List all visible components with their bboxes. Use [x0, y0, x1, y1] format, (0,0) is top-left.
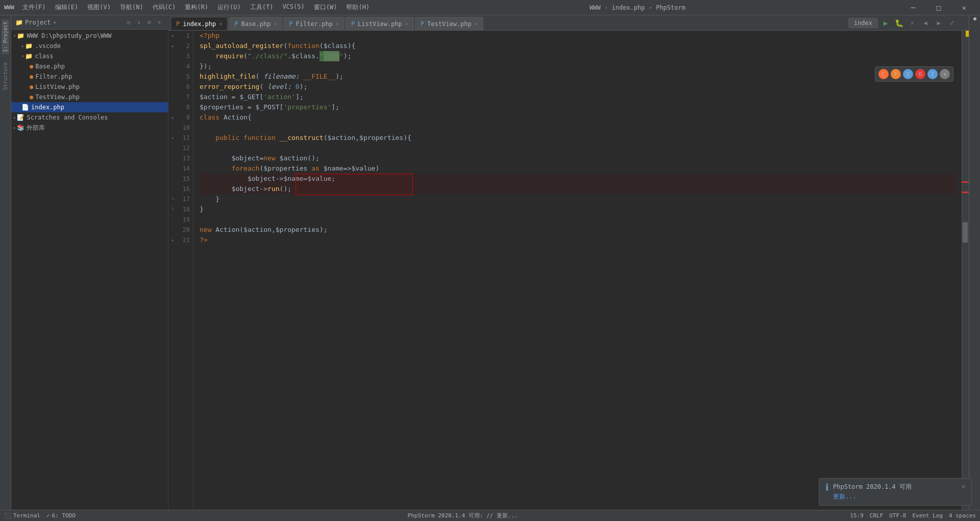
- code-line-10: [200, 123, 955, 133]
- menu-tools[interactable]: 工具(T): [246, 2, 278, 13]
- tree-item-library[interactable]: ▸ 📚 外部库: [11, 123, 168, 133]
- right-tool-dot[interactable]: [973, 17, 976, 20]
- php-file-icon3: ●: [30, 83, 33, 90]
- tab-label-base: Base.php: [241, 20, 271, 28]
- linenum-1: 1: [177, 32, 193, 39]
- locate-file-button[interactable]: ◎: [124, 18, 133, 27]
- menu-file[interactable]: 文件(F): [18, 2, 50, 13]
- linenum-11: 11: [177, 134, 193, 141]
- tab-close-index[interactable]: ✕: [219, 21, 222, 27]
- status-center: PhpStorm 2020.1.4 可用: // 更新...: [408, 512, 518, 519]
- run-button[interactable]: ▶: [880, 17, 891, 29]
- hide-panel-button[interactable]: ✕: [155, 18, 164, 27]
- linenum-5: 5: [177, 73, 193, 80]
- project-tool-button[interactable]: 1: Project: [2, 19, 9, 54]
- back-button[interactable]: ◀: [920, 17, 931, 29]
- code-editor[interactable]: <?php spl_autoload_register(function($cl…: [193, 31, 962, 510]
- tab-filter[interactable]: P Filter.php ✕: [283, 17, 345, 30]
- notification-close[interactable]: ✕: [962, 483, 965, 501]
- terminal-icon: ⬛: [4, 512, 11, 519]
- code-line-12: [200, 143, 955, 153]
- tree-item-testview[interactable]: ● TestView.php: [11, 92, 168, 102]
- ie-icon[interactable]: I: [927, 69, 938, 79]
- tree-item-scratches[interactable]: ▸ 📝 Scratches and Consoles: [11, 112, 168, 123]
- code-line-19: [200, 215, 955, 225]
- tab-close-base[interactable]: ✕: [274, 21, 277, 27]
- tab-base[interactable]: P Base.php ✕: [229, 17, 282, 30]
- terminal-button[interactable]: ⬛ Terminal: [4, 512, 40, 519]
- tree-item-base[interactable]: ● Base.php: [11, 61, 168, 72]
- tree-item-listview[interactable]: ● ListView.php: [11, 82, 168, 92]
- menu-run[interactable]: 运行(U): [213, 2, 245, 13]
- menu-view[interactable]: 视图(V): [83, 2, 115, 13]
- tab-close-filter[interactable]: ✕: [336, 21, 339, 27]
- linenum-2: 2: [177, 42, 193, 50]
- cursor-position[interactable]: 15:9: [850, 512, 864, 519]
- menu-vcs[interactable]: VCS(S): [278, 2, 308, 13]
- panel-title-dropdown[interactable]: ▾: [53, 19, 57, 26]
- panel-title-icon: 📁: [15, 19, 23, 26]
- menu-refactor[interactable]: 重构(R): [181, 2, 212, 13]
- expand-all-button[interactable]: ↕: [134, 18, 143, 27]
- close-button[interactable]: ✕: [952, 0, 976, 15]
- editor-scrollbar[interactable]: [962, 31, 969, 510]
- forward-button[interactable]: ▶: [933, 17, 944, 29]
- tree-item-www[interactable]: ▾ 📁 WWW D:\phpstudy_pro\WWW: [11, 31, 168, 41]
- tab-testview[interactable]: P TestView.php ✕: [415, 17, 483, 30]
- tree-item-vscode[interactable]: ▸ 📁 .vscode: [11, 41, 168, 51]
- firefox-icon[interactable]: F: [891, 69, 901, 79]
- tab-label-testview: TestView.php: [427, 20, 472, 28]
- event-log[interactable]: Event Log: [912, 512, 943, 519]
- menu-navigate[interactable]: 导航(N): [116, 2, 148, 13]
- line-endings[interactable]: CRLF: [870, 512, 884, 519]
- fold-11[interactable]: ▾: [168, 135, 177, 141]
- menu-help[interactable]: 帮助(H): [342, 2, 374, 13]
- tree-item-class[interactable]: ▾ 📁 class: [11, 51, 168, 61]
- fold-2[interactable]: ▾: [168, 43, 177, 49]
- tab-close-listview[interactable]: ✕: [405, 21, 408, 27]
- todo-button[interactable]: ✓ 6: TODO: [46, 512, 76, 519]
- todo-label: 6: TODO: [52, 512, 76, 519]
- coverage-button[interactable]: ⚡: [906, 17, 918, 29]
- file-encoding[interactable]: UTF-8: [889, 512, 906, 519]
- tree-label-base: Base.php: [35, 63, 65, 70]
- chrome-icon[interactable]: C: [878, 69, 889, 79]
- code-line-5: highlight_file( filename: __FILE__);: [200, 72, 955, 82]
- tab-icon-base: P: [234, 20, 238, 28]
- opera-icon[interactable]: O: [915, 69, 925, 79]
- fold-1[interactable]: ▾: [168, 33, 177, 39]
- tab-index[interactable]: P index.php ✕: [170, 17, 228, 30]
- linenum-13: 13: [177, 155, 193, 162]
- menu-code[interactable]: 代码(C): [149, 2, 180, 13]
- maximize-button[interactable]: □: [927, 0, 950, 15]
- notification-link[interactable]: 更新...: [833, 492, 958, 501]
- menu-edit[interactable]: 编辑(E): [51, 2, 83, 13]
- indent-settings[interactable]: 4 spaces: [949, 512, 976, 519]
- fold-17: └: [168, 197, 177, 202]
- code-line-20: new Action($action,$properties);: [200, 225, 955, 235]
- scratches-icon: 📝: [17, 114, 24, 121]
- scroll-thumb[interactable]: [963, 222, 968, 243]
- tab-label-listview: ListView.php: [358, 20, 402, 28]
- linenum-15: 15: [177, 175, 193, 182]
- fold-9[interactable]: ▾: [168, 115, 177, 121]
- linenum-12: 12: [177, 145, 193, 152]
- tab-close-testview[interactable]: ✕: [475, 21, 478, 27]
- more-browsers-icon[interactable]: +: [940, 69, 950, 79]
- tree-item-index[interactable]: 📄 index.php: [11, 102, 168, 112]
- edge-icon[interactable]: E: [903, 69, 913, 79]
- settings-button[interactable]: ⚙: [144, 18, 154, 27]
- debug-button[interactable]: 🐛: [893, 17, 904, 29]
- tree-item-filter[interactable]: ● Filter.php: [11, 72, 168, 82]
- menu-window[interactable]: 窗口(W): [310, 2, 341, 13]
- minimize-button[interactable]: ─: [901, 0, 925, 15]
- notification-icon: ℹ: [825, 483, 829, 501]
- file-tree: ▾ 📁 WWW D:\phpstudy_pro\WWW ▸ 📁 .vscode …: [11, 30, 168, 521]
- expand-button[interactable]: ⤢: [946, 17, 958, 29]
- structure-tool-button[interactable]: Structure: [2, 60, 9, 92]
- linenum-3: 3: [177, 53, 193, 60]
- status-left: ⬛ Terminal ✓ 6: TODO: [4, 512, 76, 519]
- fold-21: ▾: [168, 238, 177, 243]
- tab-listview[interactable]: P ListView.php ✕: [346, 17, 414, 30]
- run-config-select[interactable]: index: [848, 18, 878, 28]
